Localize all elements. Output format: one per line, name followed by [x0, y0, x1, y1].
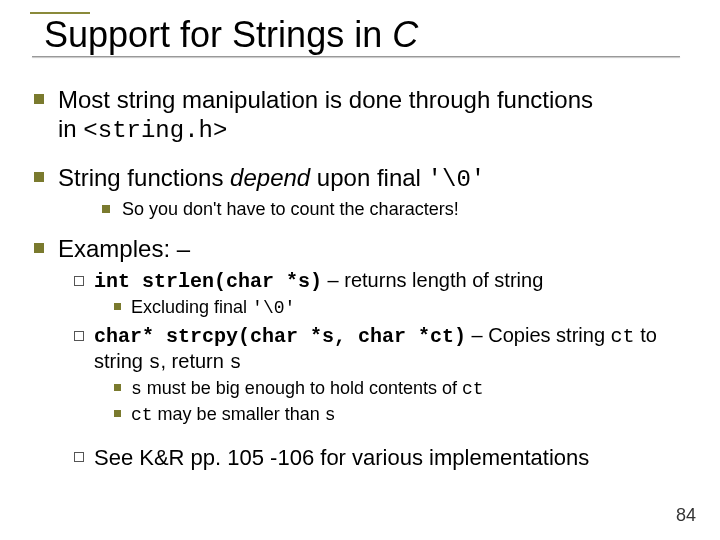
ex2s1-mid: must be big enough to hold contents of: [142, 378, 462, 398]
square-bullet-icon: [102, 205, 110, 213]
bullet-2-text: String functions depend upon final '\0': [58, 164, 694, 195]
ex2-s: s: [148, 351, 160, 374]
slide-body: Most string manipulation is done through…: [34, 80, 694, 474]
ex2-s2: s: [229, 351, 241, 374]
example-2-sub2: ct may be smaller than s: [114, 403, 694, 427]
page-number: 84: [676, 505, 696, 526]
example-2-sub2-text: ct may be smaller than s: [131, 403, 694, 427]
ex2-dash-pre: – Copies string: [466, 324, 611, 346]
ex1-code: int strlen(char *s): [94, 270, 322, 293]
see-kr-text: See K&R pp. 105 -106 for various impleme…: [94, 444, 694, 472]
ex2s2-ct: ct: [131, 405, 153, 425]
ex2-ct: ct: [611, 325, 635, 348]
example-1: int strlen(char *s) – returns length of …: [74, 268, 694, 294]
slide-title: Support for Strings in C: [44, 16, 692, 54]
ex2s1-ct: ct: [462, 379, 484, 399]
title-italic: C: [392, 14, 418, 55]
ex1-sub-code: '\0': [252, 298, 295, 318]
example-2-text: char* strcpy(char *s, char *ct) – Copies…: [94, 323, 694, 375]
bullet-2-sub: So you don't have to count the character…: [102, 198, 694, 221]
b2-depend: depend: [230, 164, 310, 191]
bullet-1: Most string manipulation is done through…: [34, 86, 694, 146]
ex2s2-mid: may be smaller than: [153, 404, 325, 424]
square-bullet-icon: [114, 410, 121, 417]
ex2-ret: , return: [160, 350, 229, 372]
example-1-sub: Excluding final '\0': [114, 296, 694, 320]
b2-post: upon final: [310, 164, 427, 191]
bullet-1-text: Most string manipulation is done through…: [58, 86, 694, 146]
ex2s2-s: s: [325, 405, 336, 425]
b1-line1: Most string manipulation is done through…: [58, 86, 593, 113]
square-bullet-icon: [34, 172, 44, 182]
square-bullet-icon: [114, 303, 121, 310]
ex1-dash: – returns length of string: [322, 269, 543, 291]
bullet-3-text: Examples: –: [58, 235, 694, 264]
open-square-bullet-icon: [74, 276, 84, 286]
ex2-code: char* strcpy(char *s, char *ct): [94, 325, 466, 348]
b2-code: '\0': [428, 166, 486, 193]
example-2-sub1: s must be big enough to hold contents of…: [114, 377, 694, 401]
bullet-2: String functions depend upon final '\0': [34, 164, 694, 195]
example-2-sub1-text: s must be big enough to hold contents of…: [131, 377, 694, 401]
open-square-bullet-icon: [74, 331, 84, 341]
square-bullet-icon: [34, 243, 44, 253]
example-1-sub-text: Excluding final '\0': [131, 296, 694, 320]
ex1-sub-pre: Excluding final: [131, 297, 252, 317]
title-underline: [32, 56, 680, 57]
b2-pre: String functions: [58, 164, 230, 191]
ex2s1-s: s: [131, 379, 142, 399]
slide: Support for Strings in C Most string man…: [0, 0, 720, 540]
square-bullet-icon: [114, 384, 121, 391]
open-square-bullet-icon: [74, 452, 84, 462]
bullet-2-sub-text: So you don't have to count the character…: [122, 198, 694, 221]
b1-code: <string.h>: [83, 117, 227, 144]
bullet-3: Examples: –: [34, 235, 694, 264]
square-bullet-icon: [34, 94, 44, 104]
title-text: Support for Strings in: [44, 14, 392, 55]
b1-line2a: in: [58, 115, 83, 142]
title-block: Support for Strings in C: [28, 12, 692, 57]
example-1-text: int strlen(char *s) – returns length of …: [94, 268, 694, 294]
see-kr: See K&R pp. 105 -106 for various impleme…: [74, 444, 694, 472]
example-2: char* strcpy(char *s, char *ct) – Copies…: [74, 323, 694, 375]
